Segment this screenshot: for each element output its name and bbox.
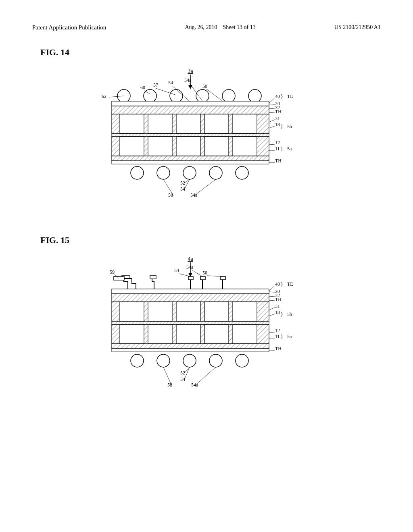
fig15-cell-r1c5	[233, 302, 257, 321]
brace-5b: }	[281, 124, 283, 129]
fig15-connector2	[152, 278, 154, 289]
fig15-te-layer	[112, 289, 269, 294]
label-57: 57	[153, 82, 158, 88]
line15-50	[207, 276, 223, 276]
label15-11: 11	[275, 334, 280, 339]
label-TH-bot: TH	[275, 158, 282, 164]
label15-54a-bot: 54a	[191, 382, 198, 388]
fig15-diagram: 4a	[32, 254, 381, 423]
label-12: 12	[275, 140, 280, 145]
fig14-cell-r2c1	[120, 137, 144, 156]
line-54a-top	[190, 83, 202, 101]
fig14-bot-bump-5	[236, 166, 248, 179]
label-54a-top: 54a	[184, 77, 192, 83]
fig15-cell-r1c1	[120, 302, 144, 321]
label-54a-bot: 54a	[190, 192, 198, 198]
fig15-hatch-left-r2	[112, 324, 120, 344]
fig15-hatch-m1-r1	[144, 302, 148, 321]
fig14-svg: 3a	[65, 66, 348, 219]
fig14-hatch-mid4-r2	[229, 137, 233, 156]
page-header: Patent Application Publication Aug. 26, …	[32, 24, 381, 31]
fig14-hatch-right-r1	[257, 114, 269, 133]
fig14-cell-r1c1	[120, 114, 144, 133]
line15-12	[269, 332, 275, 332]
fig15-hatch-m4-r1	[229, 302, 233, 321]
fig15-hatch-left-r1	[112, 302, 120, 321]
fig15-cell-r2c4	[204, 324, 229, 344]
fig14-cell-r1c3	[176, 114, 200, 133]
label-5b: 5b	[287, 124, 292, 129]
label15-59: 59	[110, 269, 115, 275]
fig14-hatch-mid4-r1	[229, 114, 233, 133]
line15-31	[269, 308, 275, 310]
line15-32	[269, 296, 275, 297]
fig15-svg: 4a	[65, 254, 348, 423]
fig14-hatch-right-r2	[257, 137, 269, 156]
line15-54-top	[179, 274, 190, 276]
fig15-mid-sep	[112, 321, 269, 324]
fig15-bot-bump-2	[157, 354, 170, 367]
fig15-conn54-pad	[188, 276, 193, 280]
fig14-diagram: 3a	[32, 66, 381, 219]
fig14-hatch-mid2-r2	[172, 137, 176, 156]
label15-54a: 54a	[186, 264, 194, 270]
publication-title: Patent Application Publication	[32, 24, 106, 31]
line15-54a	[192, 270, 202, 276]
label15-50: 50	[202, 270, 207, 276]
label-40: 40	[275, 94, 280, 99]
label15-TE: TE	[287, 281, 293, 287]
fig14-hatch-left-r2	[112, 137, 120, 156]
line15-18	[269, 314, 275, 316]
fig15-hatch-m2-r1	[172, 302, 176, 321]
label-50: 50	[202, 83, 207, 89]
line-60	[144, 91, 150, 94]
fig15-bot-bump-1	[131, 354, 144, 367]
label-brace-te: }	[281, 94, 283, 99]
fig14-top-bump-5	[222, 89, 235, 102]
fig14-arrow-head	[188, 85, 192, 89]
fig15-hatch-m1-r2	[144, 324, 148, 344]
line15-40	[269, 286, 275, 291]
label-31: 31	[275, 116, 280, 121]
patent-number: US 2100/212950 A1	[334, 24, 381, 30]
fig14-hatch-mid1-r1	[144, 114, 148, 133]
fig14-label: FIG. 14	[40, 47, 381, 58]
fig15-label: FIG. 15	[40, 235, 381, 245]
line-31	[269, 120, 275, 122]
fig15-bot-bump-5	[236, 354, 248, 367]
fig15-hatch-right-r1	[257, 302, 269, 321]
header-left: Patent Application Publication	[32, 24, 106, 31]
fig14-bot-bump-3	[183, 166, 196, 179]
fig15-top-arrow-label: 4a	[188, 256, 193, 262]
fig15-hatch-m3-r1	[200, 302, 204, 321]
label15-TH-top: TH	[275, 297, 282, 302]
label15-18: 18	[275, 310, 280, 315]
line15-54a-bot	[195, 367, 216, 385]
line-32	[269, 108, 275, 109]
brace-5a: }	[281, 146, 283, 152]
fig14-th-layer	[112, 161, 269, 164]
label-62: 62	[102, 94, 106, 99]
fig15-section: FIG. 15 4a	[32, 235, 381, 423]
fig15-hatch-right-r2	[257, 324, 269, 344]
label15-54-top: 54	[174, 268, 179, 273]
fig15-cell-r2c5	[233, 324, 257, 344]
fig14-bot-bump-2	[157, 166, 170, 179]
fig14-cell-r1c2	[148, 114, 172, 133]
fig14-cell-r2c4	[204, 137, 229, 156]
label-11: 11	[275, 146, 280, 152]
fig14-hatch-left-r1	[112, 114, 120, 133]
fig14-top-bump-6	[248, 89, 261, 102]
line-40	[269, 98, 275, 103]
fig15-cell-r2c2	[148, 324, 172, 344]
fig14-top-arrow-label: 3a	[188, 68, 193, 74]
label-TH-top: TH	[275, 109, 282, 114]
fig15-cell-r1c3	[176, 302, 200, 321]
line-57	[156, 88, 176, 95]
fig14-bot-bump-4	[209, 166, 222, 179]
fig14-hatch-mid3-r1	[200, 114, 204, 133]
line15-TH-top	[269, 300, 275, 301]
label-60: 60	[140, 85, 145, 90]
header-right: US 2100/212950 A1	[334, 24, 381, 31]
page: Patent Application Publication Aug. 26, …	[0, 0, 413, 532]
